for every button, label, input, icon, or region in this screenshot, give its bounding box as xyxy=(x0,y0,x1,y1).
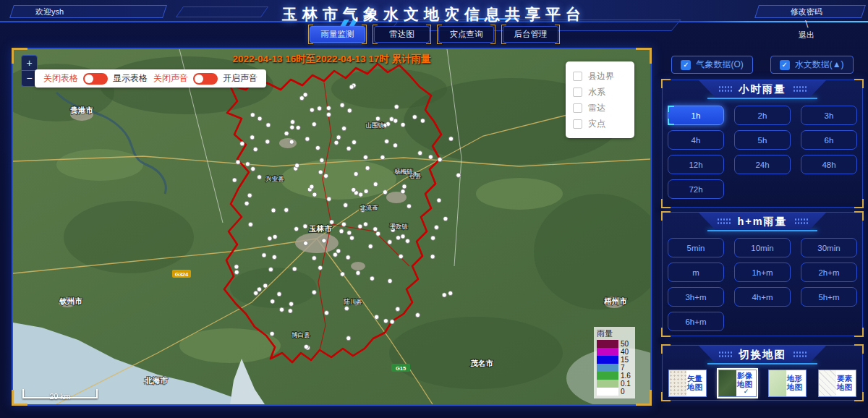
duration-button[interactable]: 1h xyxy=(668,106,724,125)
svg-text:G324: G324 xyxy=(175,271,189,278)
dots-decor-icon xyxy=(717,218,731,225)
duration-button[interactable]: 2h+m xyxy=(801,263,857,282)
layer-label: 雷达 xyxy=(588,102,605,114)
checkbox-checked-icon[interactable]: ✓ xyxy=(681,60,691,70)
corner-accent xyxy=(661,211,671,221)
legend-value: 50 xyxy=(621,340,629,348)
duration-button[interactable]: 30min xyxy=(801,238,857,257)
toggle-switch[interactable] xyxy=(193,73,218,85)
map-thumbnail xyxy=(769,370,786,396)
nav-tab[interactable]: 雨量监测 xyxy=(310,26,365,43)
legend-bands: 50401571.60.10 xyxy=(597,340,632,396)
duration-button[interactable]: 2h xyxy=(734,106,791,125)
duration-button[interactable]: 1h+m xyxy=(734,263,791,282)
duration-button[interactable]: 3h+m xyxy=(668,287,724,307)
duration-button[interactable]: 5min xyxy=(668,238,724,257)
legend-swatch xyxy=(597,372,618,380)
map-type-label: 矢量地图✓ xyxy=(686,370,706,396)
legend-title: 雨量 xyxy=(597,328,632,339)
map-type-tile[interactable]: 地形地图✓ xyxy=(768,370,807,397)
data-source-button[interactable]: ✓水文数据(▲) xyxy=(770,56,854,74)
corner-accent xyxy=(854,328,864,337)
svg-text:贵港市: 贵港市 xyxy=(69,106,93,115)
duration-button[interactable]: 10min xyxy=(734,238,791,257)
svg-text:钦州市: 钦州市 xyxy=(59,297,82,306)
layer-checkbox[interactable] xyxy=(573,88,582,97)
svg-text:平政镇: 平政镇 xyxy=(389,223,408,230)
duration-button[interactable]: 48h xyxy=(801,155,857,174)
data-source-button[interactable]: ✓气象数据(O) xyxy=(671,56,752,74)
app-root: 欢迎ysh 玉林市气象水文地灾信息共享平台 修改密码 | 退出 雨量监测雷达图灾… xyxy=(0,0,868,418)
legend-value: 0.1 xyxy=(621,380,631,388)
svg-text:兴业县: 兴业县 xyxy=(265,175,284,182)
layer-checkbox[interactable] xyxy=(573,103,582,113)
svg-text:博白县: 博白县 xyxy=(292,331,310,338)
scale-label: 20 km xyxy=(50,392,71,401)
svg-text:G15: G15 xyxy=(396,365,406,372)
duration-button[interactable]: 4h+m xyxy=(734,287,791,307)
map-toggle-bar: 关闭表格显示表格关闭声音开启声音 xyxy=(35,69,266,88)
layer-checkbox[interactable] xyxy=(573,72,582,81)
legend-band: 0.1 xyxy=(597,380,632,388)
hour-button-grid: 1h2h3h4h5h6h12h24h48h72h xyxy=(663,99,862,199)
panel-title: 小时雨量 xyxy=(739,82,786,96)
corner-accent xyxy=(854,199,864,208)
checkbox-checked-icon[interactable]: ✓ xyxy=(780,60,790,70)
dots-decor-icon xyxy=(793,85,807,93)
map-type-text: 要素地图 xyxy=(837,375,855,392)
map-switch-panel: 切换地图 矢量地图✓影像地图✓地形地图✓要素地图✓ xyxy=(662,345,863,401)
dots-decor-icon xyxy=(718,85,732,93)
map-type-tiles: 矢量地图✓影像地图✓地形地图✓要素地图✓ xyxy=(663,364,862,397)
duration-button[interactable]: 6h+m xyxy=(668,312,724,331)
map-type-tile[interactable]: 影像地图✓ xyxy=(718,370,757,397)
corner-accent xyxy=(636,390,652,406)
dots-decor-icon xyxy=(793,351,807,358)
layer-checkbox[interactable] xyxy=(573,119,582,129)
corner-accent xyxy=(854,392,864,401)
duration-button[interactable]: 12h xyxy=(668,155,724,174)
hourly-rainfall-panel: 小时雨量 1h2h3h4h5h6h12h24h48h72h xyxy=(662,80,863,208)
duration-button[interactable]: 5h+m xyxy=(801,287,857,307)
duration-button[interactable]: 5h xyxy=(734,130,791,150)
duration-button[interactable]: 24h xyxy=(734,155,791,174)
corner-accent xyxy=(661,392,671,401)
nav-tab[interactable]: 灾点查询 xyxy=(438,26,494,43)
map-type-text: 影像地图 xyxy=(737,372,755,389)
nav-tab[interactable]: 雷达图 xyxy=(374,26,430,43)
svg-text:山围镇: 山围镇 xyxy=(365,121,384,129)
svg-text:北海市: 北海市 xyxy=(144,376,168,385)
map-thumbnail xyxy=(669,370,686,396)
corner-accent xyxy=(661,344,671,354)
map-type-tile[interactable]: 矢量地图✓ xyxy=(668,370,707,397)
toggle-off-label: 关闭表格 xyxy=(43,72,78,85)
toggle-switch[interactable] xyxy=(83,73,108,85)
duration-button[interactable]: m xyxy=(668,263,724,282)
legend-value: 7 xyxy=(621,364,625,372)
map-container[interactable]: G324G15 贵港市梧州市钦州市北海市茂名市玉林市兴业县容县北流市陆川县博白县… xyxy=(12,48,652,406)
map-type-label: 影像地图✓ xyxy=(736,370,756,396)
map-type-label: 要素地图✓ xyxy=(836,370,856,396)
duration-button[interactable]: 3h xyxy=(801,106,857,125)
corner-accent xyxy=(661,79,671,88)
layer-row: 县边界 xyxy=(573,68,627,84)
legend-band: 0 xyxy=(597,388,632,396)
map-type-tile[interactable]: 要素地图✓ xyxy=(818,370,856,397)
data-source-label: 水文数据(▲) xyxy=(795,59,844,71)
corner-accent xyxy=(636,48,652,64)
layer-row: 水系 xyxy=(573,84,627,100)
toggle-on-label: 开启声音 xyxy=(223,72,258,85)
legend-swatch xyxy=(597,340,618,348)
duration-button[interactable]: 72h xyxy=(668,179,724,199)
panel-header: 切换地图 xyxy=(699,346,826,363)
duration-button[interactable]: 6h xyxy=(801,130,857,150)
layer-label: 灾点 xyxy=(588,118,605,130)
map-type-text: 地形地图 xyxy=(787,375,805,392)
corner-accent xyxy=(854,211,864,221)
toggle-knob xyxy=(195,74,203,83)
corner-accent xyxy=(854,344,864,354)
legend-swatch xyxy=(597,364,618,372)
nav-tab[interactable]: 后台管理 xyxy=(503,26,558,43)
corner-accent xyxy=(12,390,27,406)
satellite-map[interactable]: G324G15 贵港市梧州市钦州市北海市茂名市玉林市兴业县容县北流市陆川县博白县… xyxy=(13,49,650,404)
duration-button[interactable]: 4h xyxy=(668,130,724,150)
